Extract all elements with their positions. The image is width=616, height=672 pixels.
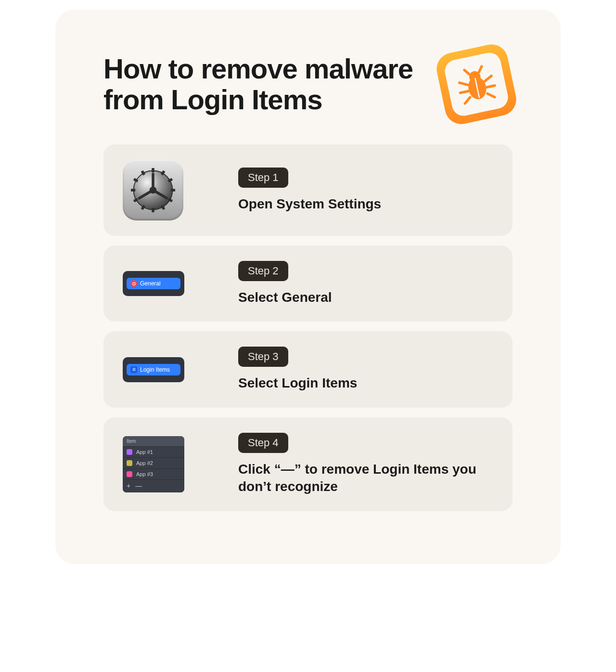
remove-button[interactable]: — [135, 482, 142, 490]
list-item-label: App #1 [136, 449, 153, 455]
app-swatch-icon [127, 460, 132, 466]
system-settings-icon [123, 160, 183, 220]
sidebar-item-general: General [127, 278, 180, 289]
step-description: Select Login Items [238, 375, 493, 392]
step-3: Login Items Step 3 Select Login Items [103, 331, 513, 407]
header: How to remove malware from Login Items [103, 48, 513, 120]
svg-rect-17 [131, 189, 135, 192]
infographic-card: How to remove malware from Login Items [55, 10, 561, 564]
step-description: Open System Settings [238, 195, 493, 213]
list-header: Item [123, 436, 184, 446]
svg-rect-11 [171, 189, 175, 192]
step-2: General Step 2 Select General [103, 246, 513, 322]
step-badge: Step 2 [238, 261, 288, 281]
app-swatch-icon [127, 471, 132, 477]
sidebar-item-label: General [140, 280, 161, 287]
general-icon [130, 280, 137, 287]
step-badge: Step 3 [238, 347, 288, 367]
step-description: Select General [238, 289, 493, 306]
sidebar-item-label: Login Items [140, 366, 170, 373]
step-4: Item App #1 App #2 App #3 + — [103, 417, 513, 511]
list-item-label: App #3 [136, 471, 153, 477]
step-badge: Step 4 [238, 433, 288, 453]
svg-rect-14 [152, 208, 154, 212]
step-1: Step 1 Open System Settings [103, 144, 513, 236]
add-button[interactable]: + [127, 482, 130, 490]
page-title: How to remove malware from Login Items [103, 53, 431, 115]
list-item: App #2 [123, 457, 184, 468]
sidebar-mock-login-items: Login Items [123, 357, 184, 382]
list-item-label: App #2 [136, 460, 153, 466]
step-badge: Step 1 [238, 168, 288, 188]
login-items-list: Item App #1 App #2 App #3 + — [123, 436, 184, 492]
sidebar-item-login-items: Login Items [127, 364, 180, 375]
sidebar-mock-general: General [123, 271, 184, 296]
svg-rect-8 [152, 168, 154, 172]
bug-icon [452, 60, 500, 108]
list-item: App #1 [123, 446, 184, 457]
app-swatch-icon [127, 449, 132, 455]
list-icon [130, 366, 137, 373]
malware-bug-icon [434, 41, 519, 127]
step-description: Click “—” to remove Login Items you don’… [238, 461, 493, 496]
list-item: App #3 [123, 468, 184, 479]
